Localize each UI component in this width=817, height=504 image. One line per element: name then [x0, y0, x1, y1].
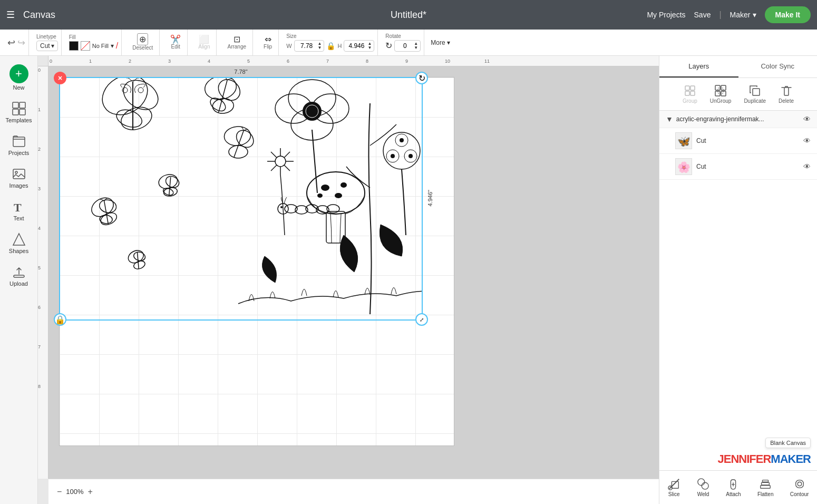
canvas-area[interactable]: 0 1 2 3 4 5 6 7 8 9 10 11 0 1 2 3 4: [38, 56, 659, 504]
group-button[interactable]: Group: [678, 82, 702, 106]
sidebar-item-text[interactable]: T Text: [2, 195, 36, 226]
svg-point-47: [321, 185, 329, 191]
sidebar-shapes-label: Shapes: [9, 248, 28, 254]
my-projects-button[interactable]: My Projects: [647, 11, 685, 19]
group-icon: [684, 84, 696, 97]
lock-handle[interactable]: 🔒: [54, 313, 66, 326]
blank-canvas-tooltip[interactable]: Blank Canvas: [765, 438, 811, 448]
group-visibility-icon[interactable]: 👁: [803, 115, 811, 123]
rotate-handle[interactable]: ↻: [415, 72, 428, 84]
sidebar-item-upload[interactable]: Upload: [2, 260, 36, 291]
close-handle[interactable]: ×: [54, 72, 66, 84]
flatten-button[interactable]: Flatten: [753, 476, 778, 499]
svg-rect-93: [762, 482, 770, 485]
edit-section: ✂️ Edit: [164, 30, 188, 55]
size-section: Size W ▲▼ 🔒 H ▲▼: [283, 30, 378, 55]
pen-tool-icon[interactable]: /: [116, 41, 118, 51]
redo-button[interactable]: ↪: [17, 37, 25, 49]
width-input-group: ▲▼: [294, 40, 325, 52]
height-input[interactable]: [346, 42, 366, 50]
tab-color-sync[interactable]: Color Sync: [738, 56, 818, 77]
app-title: Canvas: [21, 9, 55, 21]
rotate-spinner[interactable]: ▲▼: [414, 42, 418, 50]
document-title[interactable]: Untitled*: [391, 9, 426, 21]
svg-text:🦋: 🦋: [677, 135, 690, 148]
weld-button[interactable]: Weld: [693, 476, 714, 499]
height-spinner[interactable]: ▲▼: [367, 42, 372, 50]
svg-point-38: [229, 146, 248, 158]
flatten-icon: [759, 478, 772, 490]
sidebar-templates-label: Templates: [5, 117, 32, 123]
width-label: W: [286, 43, 291, 49]
zoom-out-button[interactable]: −: [57, 487, 62, 497]
arrange-button[interactable]: ⊡ Arrange: [224, 33, 249, 52]
flip-button[interactable]: ⇔ Flip: [260, 33, 275, 52]
svg-point-19: [212, 98, 234, 114]
sidebar-item-projects[interactable]: Projects: [2, 130, 36, 160]
svg-point-74: [280, 206, 283, 208]
zoom-in-button[interactable]: +: [88, 487, 93, 497]
width-spinner[interactable]: ▲▼: [318, 42, 322, 50]
maker-selector[interactable]: Maker ▾: [730, 11, 756, 19]
tab-layers[interactable]: Layers: [659, 56, 738, 77]
align-section: ⬜ Align: [192, 30, 217, 55]
svg-point-66: [408, 154, 413, 158]
butterfly-large: [95, 77, 163, 134]
width-input[interactable]: [297, 42, 317, 50]
svg-rect-76: [690, 86, 695, 90]
svg-line-39: [234, 131, 244, 158]
width-dimension-label: 7.78": [59, 69, 423, 75]
scale-handle[interactable]: ⤢: [415, 313, 428, 326]
save-button[interactable]: Save: [694, 11, 711, 19]
canvas-background[interactable]: 7.78" 4.946": [48, 66, 659, 479]
layer-group-header[interactable]: ▼ acrylic-engraving-jennifermak... 👁: [659, 111, 817, 128]
images-icon: [12, 167, 26, 181]
nav-right-actions: My Projects Save | Maker ▾ Make It: [647, 6, 811, 23]
svg-line-58: [271, 152, 277, 158]
lock-aspect-icon[interactable]: 🔒: [326, 42, 335, 50]
svg-rect-9: [14, 275, 24, 277]
layer-item-1[interactable]: 🌸 Cut 👁: [659, 154, 817, 180]
sidebar-item-new[interactable]: + New: [2, 60, 36, 95]
sidebar-item-templates[interactable]: Templates: [2, 97, 36, 128]
svg-rect-1: [20, 102, 25, 108]
text-icon: T: [12, 199, 26, 214]
duplicate-button[interactable]: Duplicate: [740, 82, 770, 106]
fill-color-swatch[interactable]: [69, 41, 79, 51]
delete-button[interactable]: Delete: [774, 82, 798, 106]
svg-point-23: [99, 199, 118, 214]
horizontal-ruler: 0 1 2 3 4 5 6 7 8 9 10 11: [48, 56, 659, 66]
align-icon: ⬜: [199, 34, 209, 44]
deselect-button[interactable]: ⊕ Deselect: [129, 32, 156, 53]
weld-icon: [697, 478, 709, 490]
edit-button[interactable]: ✂️ Edit: [167, 33, 184, 52]
contour-button[interactable]: Contour: [786, 476, 813, 499]
undo-button[interactable]: ↩: [7, 37, 15, 49]
layer-visibility-1[interactable]: 👁: [803, 162, 811, 171]
layer-name-0: Cut: [696, 137, 799, 144]
make-it-button[interactable]: Make It: [765, 6, 811, 23]
group-expand-icon: ▼: [666, 115, 673, 123]
sidebar-item-images[interactable]: Images: [2, 162, 36, 193]
slice-button[interactable]: Slice: [664, 476, 685, 499]
attach-button[interactable]: Attach: [722, 476, 745, 499]
fill-dropdown[interactable]: ▾: [111, 42, 114, 50]
svg-text:🌸: 🌸: [677, 161, 690, 173]
rotate-input[interactable]: [397, 42, 413, 50]
more-button[interactable]: More ▾: [431, 39, 450, 46]
align-button[interactable]: ⬜ Align: [195, 33, 213, 52]
sidebar-item-shapes[interactable]: Shapes: [2, 228, 36, 258]
ungroup-button[interactable]: UnGroup: [706, 82, 736, 106]
right-panel: Layers Color Sync Group: [659, 56, 817, 504]
svg-rect-0: [13, 102, 18, 108]
linetype-select[interactable]: Cut ▾: [36, 41, 58, 51]
svg-rect-3: [20, 109, 25, 115]
layer-visibility-0[interactable]: 👁: [803, 137, 811, 145]
fill-none-swatch[interactable]: [81, 41, 90, 51]
layer-item-0[interactable]: 🦋 Cut 👁: [659, 128, 817, 154]
svg-point-48: [341, 182, 347, 188]
svg-rect-92: [761, 486, 770, 489]
svg-rect-2: [13, 109, 18, 115]
hamburger-menu[interactable]: ☰: [6, 9, 15, 21]
svg-text:T: T: [14, 201, 22, 214]
